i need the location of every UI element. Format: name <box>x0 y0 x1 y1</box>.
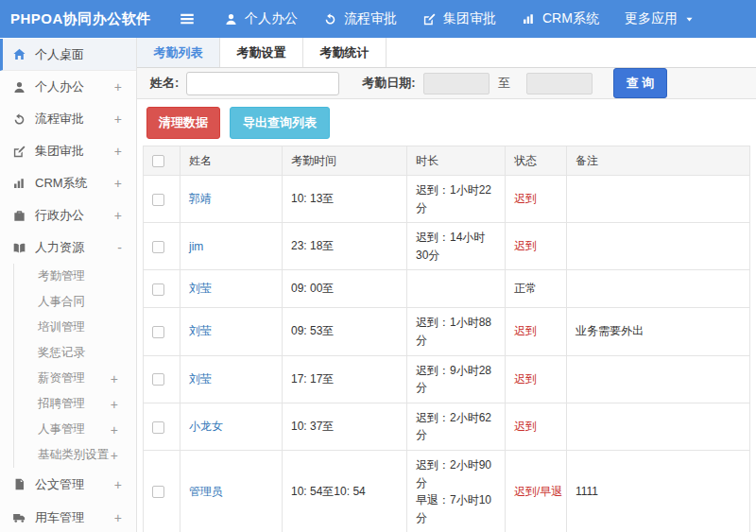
date-label: 考勤日期: <box>362 75 415 92</box>
sidebar-item-label: 考勤管理 <box>38 268 85 284</box>
top-nav-item[interactable]: 个人办公 <box>224 10 298 27</box>
cell-name: 刘莹 <box>180 355 283 403</box>
export-list-button[interactable]: 导出查询列表 <box>230 107 330 139</box>
row-checkbox[interactable] <box>152 373 164 386</box>
expand-plus-icon[interactable]: + <box>111 448 118 463</box>
sidebar-item[interactable]: 基础类别设置+ <box>14 442 136 468</box>
cell-time: 23: 18至 <box>283 223 407 270</box>
top-nav-item[interactable]: 集团审批 <box>422 10 496 27</box>
sidebar-item[interactable]: 人事合同 <box>14 289 136 315</box>
top-nav-item-label: 个人办公 <box>245 10 298 27</box>
date-from-input[interactable] <box>423 73 490 94</box>
sidebar-item[interactable]: 公文管理+ <box>0 468 136 501</box>
sidebar-item-label: 集团审批 <box>35 143 84 160</box>
person-icon <box>224 12 238 26</box>
table-row: 刘莹09: 00至正常 <box>144 270 750 308</box>
sidebar-item[interactable]: 流程审批+ <box>0 103 136 135</box>
cell-name: 刘莹 <box>180 270 283 308</box>
top-nav-item[interactable]: CRM系统 <box>522 10 599 27</box>
sidebar-item[interactable]: 个人办公+ <box>0 71 136 103</box>
sidebar-item[interactable]: 用车管理+ <box>0 501 136 532</box>
tab[interactable]: 考勤统计 <box>303 38 387 67</box>
expand-plus-icon[interactable]: + <box>114 144 122 159</box>
sidebar-item[interactable]: 招聘管理+ <box>14 391 136 417</box>
main-content: 考勤列表考勤设置考勤统计 姓名: 考勤日期: 至 查 询 清理数据 导出查询列表… <box>137 38 756 532</box>
briefcase-icon <box>12 209 26 223</box>
sidebar-item[interactable]: 人事管理+ <box>14 417 136 442</box>
expand-plus-icon[interactable]: + <box>111 371 118 386</box>
search-button[interactable]: 查 询 <box>613 68 668 98</box>
sidebar-item-label: 流程审批 <box>35 111 84 128</box>
top-nav-item-label: 更多应用 <box>625 10 678 27</box>
table-row: 郭靖10: 13至迟到：1小时22分迟到 <box>144 176 750 223</box>
sidebar-item[interactable]: CRM系统+ <box>0 167 136 199</box>
sidebar-item[interactable]: 行政办公+ <box>0 199 136 232</box>
top-nav-item-label: CRM系统 <box>542 10 599 27</box>
row-checkbox[interactable] <box>152 241 164 253</box>
row-checkbox[interactable] <box>152 421 164 434</box>
expand-plus-icon[interactable]: + <box>114 208 122 223</box>
expand-plus-icon[interactable]: + <box>111 422 118 438</box>
expand-plus-icon[interactable]: + <box>114 79 122 94</box>
employee-name-link[interactable]: 郭靖 <box>189 192 212 205</box>
expand-plus-icon[interactable]: + <box>114 176 122 191</box>
expand-plus-icon[interactable]: + <box>111 397 118 412</box>
sidebar-item-label: 人事合同 <box>38 294 85 310</box>
top-nav-item[interactable]: 更多应用 <box>625 10 695 27</box>
cell-status: 迟到 <box>506 355 567 403</box>
cell-duration <box>407 270 506 308</box>
row-checkbox[interactable] <box>152 326 164 338</box>
employee-name-link[interactable]: 刘莹 <box>189 282 212 295</box>
name-input[interactable] <box>186 72 339 95</box>
table-row: 刘莹17: 17至迟到：9小时28分迟到 <box>144 355 750 403</box>
row-checkbox[interactable] <box>152 283 164 296</box>
select-all-cell <box>144 146 180 176</box>
sidebar-item-label: 招聘管理 <box>38 396 85 412</box>
cell-remark <box>567 403 750 450</box>
row-checkbox[interactable] <box>152 194 164 206</box>
attendance-table: 姓名考勤时间时长状态备注 郭靖10: 13至迟到：1小时22分迟到jim23: … <box>143 146 750 532</box>
employee-name-link[interactable]: jim <box>189 240 203 253</box>
cell-duration: 迟到：9小时28分 <box>407 355 506 403</box>
cell-duration: 迟到：14小时30分 <box>407 223 506 270</box>
select-all-checkbox[interactable] <box>152 155 164 167</box>
sidebar-item[interactable]: 人力资源- <box>0 232 136 264</box>
employee-name-link[interactable]: 刘莹 <box>189 372 212 386</box>
collapse-minus-icon[interactable]: - <box>117 240 122 255</box>
cell-status: 迟到 <box>506 403 567 450</box>
table-row: 刘莹09: 53至迟到：1小时88分迟到业务需要外出 <box>144 308 750 355</box>
sidebar-item[interactable]: 奖惩记录 <box>14 340 136 366</box>
employee-name-link[interactable]: 管理员 <box>189 485 223 498</box>
tab[interactable]: 考勤设置 <box>220 38 303 67</box>
expand-plus-icon[interactable]: + <box>114 477 122 492</box>
cell-time: 10: 37至 <box>283 403 407 450</box>
table-row: 小龙女10: 37至迟到：2小时62分迟到 <box>144 403 750 450</box>
sidebar-item[interactable]: 薪资管理+ <box>14 366 136 391</box>
top-nav-item[interactable]: 流程审批 <box>323 10 397 27</box>
date-to-input[interactable] <box>526 73 593 94</box>
sidebar-item[interactable]: 个人桌面 <box>0 39 136 71</box>
sidebar-item-label: 培训管理 <box>38 319 85 335</box>
sidebar-item-label: CRM系统 <box>35 175 88 192</box>
employee-name-link[interactable]: 刘莹 <box>189 324 212 337</box>
sidebar-item-label: 奖惩记录 <box>38 345 85 361</box>
cell-time: 09: 00至 <box>283 270 407 308</box>
expand-plus-icon[interactable]: + <box>114 112 122 127</box>
menu-icon[interactable] <box>177 10 198 27</box>
sidebar-item[interactable]: 集团审批+ <box>0 135 136 167</box>
row-checkbox[interactable] <box>152 486 164 498</box>
chevron-down-icon <box>684 14 695 25</box>
sidebar-item[interactable]: 考勤管理 <box>14 264 136 289</box>
cell-remark: 业务需要外出 <box>567 308 750 355</box>
clean-data-button[interactable]: 清理数据 <box>146 107 220 139</box>
employee-name-link[interactable]: 小龙女 <box>189 420 223 433</box>
bar-chart-icon <box>522 12 536 26</box>
cell-checkbox <box>144 403 180 450</box>
expand-plus-icon[interactable]: + <box>114 510 122 525</box>
column-header: 考勤时间 <box>283 146 407 176</box>
sidebar-item-label: 人力资源 <box>35 239 84 256</box>
sidebar-main-group: 个人桌面个人办公+流程审批+集团审批+CRM系统+行政办公+人力资源- <box>0 39 136 264</box>
sidebar-item-label: 行政办公 <box>35 207 84 224</box>
sidebar-item[interactable]: 培训管理 <box>14 315 136 340</box>
tab[interactable]: 考勤列表 <box>137 38 220 67</box>
